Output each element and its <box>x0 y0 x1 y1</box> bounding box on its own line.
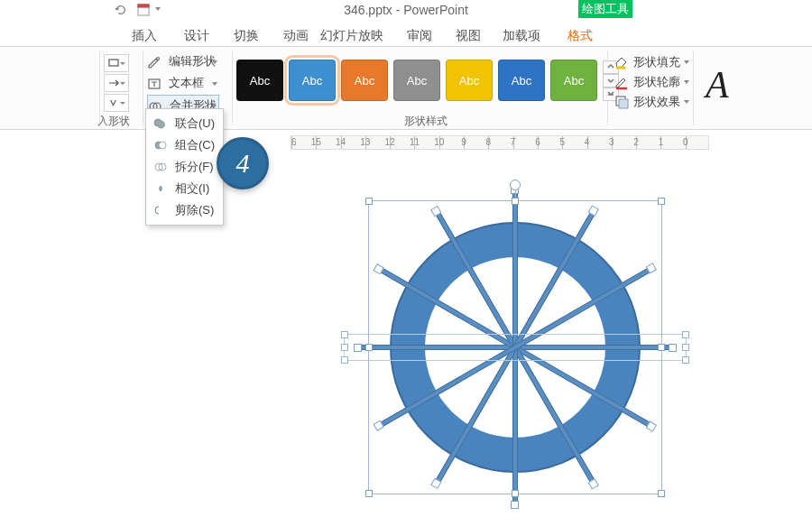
shape-style-swatch[interactable]: Abc <box>393 60 440 101</box>
tab-view[interactable]: 视图 <box>446 23 491 47</box>
shape-style-swatch[interactable]: Abc <box>341 60 388 101</box>
ruler-label: 15 <box>311 137 321 147</box>
ruler-label: 16 <box>291 137 297 147</box>
merge-union[interactable]: 联合(U) <box>146 113 223 134</box>
shape-fill-button[interactable]: 形状填充 <box>614 52 689 72</box>
text-box-button[interactable]: 文本框 <box>147 73 219 95</box>
edit-shape-button[interactable]: 编辑形状 <box>147 51 219 73</box>
annotation-step-badge: 4 <box>217 137 269 189</box>
tab-addins[interactable]: 加载项 <box>494 23 549 47</box>
chevron-down-icon <box>684 100 689 104</box>
shape-effects-label: 形状效果 <box>633 94 680 110</box>
resize-handle[interactable] <box>512 490 519 497</box>
line-end-handle[interactable] <box>511 501 519 509</box>
resize-handle[interactable] <box>341 331 348 338</box>
svg-rect-2 <box>109 60 118 66</box>
rotation-handle[interactable] <box>510 180 521 190</box>
undo-icon[interactable] <box>115 4 127 19</box>
shape-style-swatch[interactable]: Abc <box>446 60 493 101</box>
resize-handle[interactable] <box>341 344 348 351</box>
shape-fill-label: 形状填充 <box>633 54 680 70</box>
resize-handle[interactable] <box>658 198 665 205</box>
shapes-gallery-row1[interactable] <box>104 54 129 72</box>
ribbon-tabs: 插入 设计 切换 动画 幻灯片放映 审阅 视图 加载项 格式 <box>0 20 812 47</box>
ruler-label: 8 <box>486 137 492 147</box>
chevron-down-icon <box>212 82 217 86</box>
slide-canvas[interactable] <box>291 153 812 526</box>
tab-transition[interactable]: 切换 <box>224 23 269 47</box>
resize-handle[interactable] <box>682 331 689 338</box>
shape-style-swatch[interactable]: Abc <box>550 60 597 101</box>
edit-shape-label: 编辑形状 <box>169 54 216 68</box>
ruler-label: 7 <box>511 137 516 147</box>
paint-bucket-icon <box>614 54 630 70</box>
fragment-icon <box>153 160 168 174</box>
shape-styles-group-label: 形状样式 <box>236 114 615 129</box>
svg-point-10 <box>159 142 166 149</box>
resize-handle[interactable] <box>365 490 373 497</box>
text-box-label: 文本框 <box>169 76 204 89</box>
selected-shapes-group[interactable] <box>372 204 659 491</box>
tab-animation[interactable]: 动画 <box>273 23 318 47</box>
resize-handle[interactable] <box>658 344 665 351</box>
shapes-gallery-row2[interactable] <box>104 74 129 92</box>
ruler-label: 2 <box>633 137 639 147</box>
ruler-label: 5 <box>559 137 565 147</box>
resize-handle[interactable] <box>682 344 689 351</box>
svg-rect-8 <box>619 99 628 108</box>
ruler-label: 3 <box>609 137 614 147</box>
merge-fragment[interactable]: 拆分(F) <box>146 156 223 178</box>
tab-slideshow[interactable]: 幻灯片放映 <box>316 23 388 47</box>
resize-handle[interactable] <box>658 490 665 497</box>
tab-review[interactable]: 审阅 <box>397 23 442 47</box>
shape-style-swatch[interactable]: Abc <box>289 60 336 101</box>
shape-style-swatch[interactable]: Abc <box>498 60 545 101</box>
group-selection-box <box>368 200 662 494</box>
merge-intersect-label: 相交(I) <box>175 180 209 197</box>
ruler-label: 10 <box>434 137 444 147</box>
shape-style-swatch[interactable]: Abc <box>236 60 283 101</box>
subtract-icon <box>153 203 168 217</box>
tab-insert[interactable]: 插入 <box>122 23 167 47</box>
qat-dropdown-icon[interactable] <box>155 7 161 11</box>
horizontal-ruler: 1615141312111098765432101 <box>291 135 709 150</box>
ruler-label: 9 <box>461 137 466 147</box>
ruler-label: 14 <box>336 137 346 147</box>
intersect-icon <box>153 181 168 196</box>
pen-outline-icon <box>614 74 630 90</box>
chevron-down-icon <box>684 80 689 84</box>
merge-intersect[interactable]: 相交(I) <box>146 178 223 199</box>
resize-handle[interactable] <box>512 198 519 205</box>
ruler-label: 0 <box>683 137 688 147</box>
text-box-icon <box>147 77 161 91</box>
customize-qat-icon[interactable] <box>136 3 151 17</box>
effects-icon <box>614 94 630 110</box>
resize-handle[interactable] <box>341 356 348 364</box>
ruler-label: 1 <box>707 137 709 147</box>
shape-formatting-group: 形状填充 形状轮廓 形状效果 <box>614 52 689 112</box>
tab-format[interactable]: 格式 <box>558 23 603 47</box>
ribbon-separator <box>693 51 694 125</box>
ruler-label: 13 <box>360 137 370 147</box>
ribbon: 入形状 编辑形状 文本框 合并形状 AbcAbcAbcAbcAbcAbcAbc … <box>0 47 812 130</box>
merge-subtract-label: 剪除(S) <box>175 202 214 218</box>
wordart-styles-icon[interactable]: A <box>706 63 729 106</box>
merge-union-label: 联合(U) <box>175 115 215 132</box>
ruler-label: 4 <box>585 137 590 147</box>
ruler-label: 12 <box>385 137 395 147</box>
tab-design[interactable]: 设计 <box>174 23 219 47</box>
svg-point-3 <box>157 57 160 60</box>
shapes-gallery-row3[interactable] <box>104 94 129 112</box>
merge-subtract[interactable]: 剪除(S) <box>146 199 223 221</box>
svg-rect-1 <box>138 5 149 7</box>
merge-combine-label: 组合(C) <box>175 137 215 153</box>
merge-combine[interactable]: 组合(C) <box>146 134 223 156</box>
ruler-label: 6 <box>535 137 540 147</box>
resize-handle[interactable] <box>365 198 373 205</box>
shape-outline-button[interactable]: 形状轮廓 <box>614 72 689 92</box>
shape-outline-label: 形状轮廓 <box>633 74 680 90</box>
contextual-tab-drawing-tools: 绘图工具 <box>578 0 632 18</box>
resize-handle[interactable] <box>682 356 689 364</box>
resize-handle[interactable] <box>365 344 373 351</box>
shape-effects-button[interactable]: 形状效果 <box>614 92 689 112</box>
